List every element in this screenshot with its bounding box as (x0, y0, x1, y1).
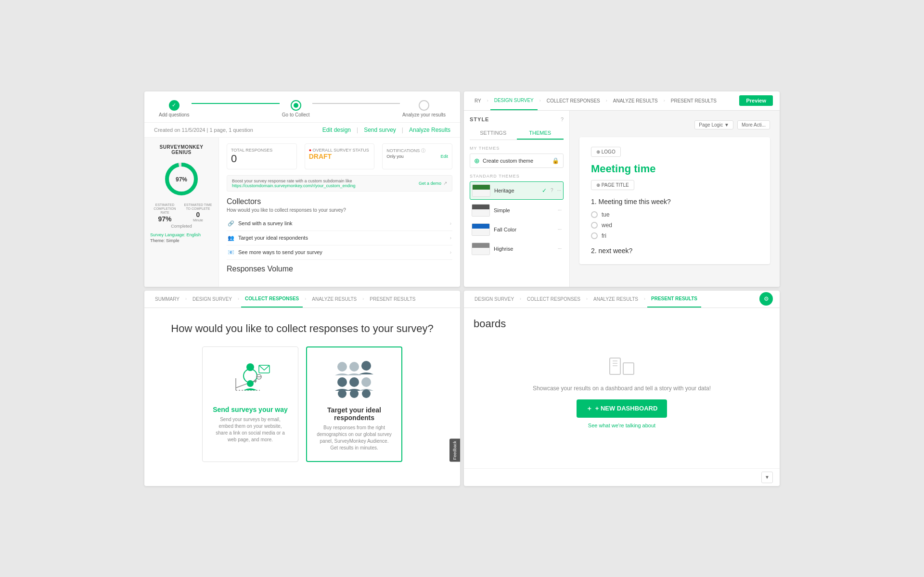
stats-row: ESTIMATED COMPLETION RATE 97% ESTIMATED … (150, 203, 213, 223)
radio-wed (591, 222, 598, 229)
send-survey-link[interactable]: Send survey (364, 127, 396, 133)
nav-design-survey[interactable]: DESIGN SURVEY (490, 91, 538, 110)
collector-item-more[interactable]: 📧 See more ways to send your survey › (227, 245, 452, 260)
collector-item-link[interactable]: 🔗 Send with a survey link › (227, 217, 452, 231)
bl-nav-design[interactable]: DESIGN SURVEY (189, 291, 236, 308)
step-label-1: Add questions (159, 112, 189, 117)
notifications-value: Only you (386, 154, 404, 159)
logo-button[interactable]: ⊕ LOGO (591, 147, 621, 157)
step-circle-2 (291, 100, 301, 111)
bl-nav-summary[interactable]: SUMMARY (151, 291, 183, 308)
edit-notifications-link[interactable]: Edit (441, 154, 449, 159)
completion-rate-stat: ESTIMATED COMPLETION RATE 97% (150, 203, 180, 223)
svg-rect-22 (610, 358, 620, 374)
new-dashboard-button[interactable]: ＋ + NEW DASHBOARD (577, 399, 667, 418)
chevron-icon-1: › (450, 221, 451, 226)
notifications-label: NOTIFICATIONS ⓘ (386, 148, 448, 154)
more-fall-icon[interactable]: ··· (558, 227, 562, 232)
bl-nav-present[interactable]: PRESENT RESULTS (366, 291, 419, 308)
br-nav-design[interactable]: DESIGN SURVEY (471, 291, 518, 308)
feedback-tab[interactable]: Feedback (449, 439, 460, 462)
collector-label-2: Target your ideal respondents (238, 235, 308, 241)
more-theme-icon[interactable]: ··· (557, 188, 561, 193)
more-highrise-icon[interactable]: ··· (558, 246, 562, 251)
survey-preview-area: Page Logic ▼ More Acti... ⊕ LOGO Meeting… (570, 111, 780, 287)
analyze-results-link[interactable]: Analyze Results (409, 127, 450, 133)
top-nav: RY › DESIGN SURVEY › COLLECT RESPONSES ›… (464, 91, 780, 111)
create-custom-theme-btn[interactable]: ⊕ Create custom theme 🔒 (470, 154, 564, 168)
edit-design-link[interactable]: Edit design (322, 127, 351, 133)
empty-text: Showcase your results on a dashboard and… (533, 385, 711, 392)
tr-body: STYLE ? SETTINGS THEMES MY THEMES ⊕ Crea… (464, 111, 780, 287)
option-fri: fri (591, 232, 758, 239)
external-link-icon: ↗ (443, 180, 447, 186)
see-more-link[interactable]: See what we're talking about (588, 423, 655, 428)
help-theme-icon[interactable]: ? (551, 188, 553, 193)
more-actions-button[interactable]: More Acti... (737, 120, 770, 129)
highrise-name: Highrise (494, 246, 554, 252)
simple-name: Simple (494, 207, 554, 213)
total-responses-value: 0 (231, 153, 293, 165)
themes-tab[interactable]: THEMES (517, 127, 564, 140)
page-title-button[interactable]: ⊕ PAGE TITLE (591, 180, 634, 190)
heritage-preview (472, 184, 490, 197)
svg-point-20 (350, 389, 359, 398)
get-demo-link[interactable]: Get a demo (419, 181, 441, 186)
option-wed: wed (591, 222, 758, 229)
chevron-down-button[interactable]: ▼ (761, 472, 773, 483)
page-logic-button[interactable]: Page Logic ▼ (694, 120, 733, 129)
step-collect[interactable]: Go to Collect (282, 100, 310, 117)
preview-button[interactable]: Preview (739, 95, 773, 106)
subdomain-url[interactable]: https://customdomain.surveymonkey.com/r/… (232, 183, 355, 188)
target-respondents-illustration (325, 357, 383, 400)
more-simple-icon[interactable]: ··· (558, 207, 562, 213)
collectors-title: Collectors (227, 197, 452, 206)
step-circle-1: ✓ (169, 100, 180, 111)
svg-point-18 (361, 377, 371, 387)
step-label-3: Analyze your results (402, 112, 446, 117)
nav-collect[interactable]: COLLECT RESPONSES (543, 91, 604, 110)
radio-fri (591, 232, 598, 239)
create-theme-label: Create custom theme (483, 158, 533, 164)
br-body: boards Showcase your results on a dashbo… (464, 308, 780, 468)
style-sidebar: STYLE ? SETTINGS THEMES MY THEMES ⊕ Crea… (464, 111, 570, 287)
collector-item-target[interactable]: 👥 Target your ideal respondents › (227, 231, 452, 245)
overall-status-label: ● OVERALL SURVEY STATUS (309, 148, 371, 153)
send-surveys-card[interactable]: Send surveys your way Send your surveys … (202, 346, 298, 462)
nav-present[interactable]: PRESENT RESULTS (667, 91, 720, 110)
svg-point-19 (338, 389, 346, 398)
boards-title: boards (474, 318, 506, 330)
chevron-icon-3: › (450, 250, 451, 255)
survey-language: Survey Language: English (150, 232, 213, 237)
theme-heritage[interactable]: Heritage ✓ ? ··· (470, 181, 564, 200)
svg-point-4 (246, 363, 254, 371)
genius-sidebar: SURVEYMONKEY GENIUS 97% ESTIMATED COMPLE… (144, 138, 219, 287)
br-nav-analyze[interactable]: ANALYZE RESULTS (590, 291, 642, 308)
help-icon[interactable]: ? (561, 116, 564, 122)
theme-highrise[interactable]: Highrise ··· (470, 240, 564, 257)
page-controls: Page Logic ▼ More Acti... (579, 120, 770, 129)
send-surveys-illustration (221, 357, 279, 400)
svg-point-13 (337, 362, 347, 372)
nav-analyze[interactable]: ANALYZE RESULTS (609, 91, 662, 110)
send-surveys-svg (221, 357, 279, 400)
theme-fall-color[interactable]: Fall Color ··· (470, 221, 564, 238)
bl-nav-collect[interactable]: COLLECT RESPONSES (241, 291, 303, 308)
settings-button[interactable]: ⚙ (759, 292, 773, 306)
step-add-questions[interactable]: ✓ Add questions (159, 100, 189, 117)
theme-simple[interactable]: Simple ··· (470, 202, 564, 219)
status-value: DRAFT (309, 153, 371, 160)
nav-ry[interactable]: RY (471, 91, 485, 110)
target-respondents-card[interactable]: Target your ideal respondents Buy respon… (306, 346, 402, 462)
fall-name: Fall Color (494, 227, 554, 232)
step-analyze[interactable]: Analyze your results (402, 100, 446, 117)
option-text-fri: fri (602, 232, 606, 239)
settings-tab[interactable]: SETTINGS (470, 127, 517, 140)
time-label: ESTIMATED TIME TO COMPLETE (183, 203, 213, 211)
svg-point-17 (349, 377, 359, 387)
br-nav-collect[interactable]: COLLECT RESPONSES (523, 291, 584, 308)
bl-nav-analyze[interactable]: ANALYZE RESULTS (308, 291, 360, 308)
br-nav-present[interactable]: PRESENT RESULTS (647, 291, 701, 308)
svg-rect-23 (623, 363, 634, 374)
bl-nav: SUMMARY › DESIGN SURVEY › COLLECT RESPON… (144, 291, 460, 308)
